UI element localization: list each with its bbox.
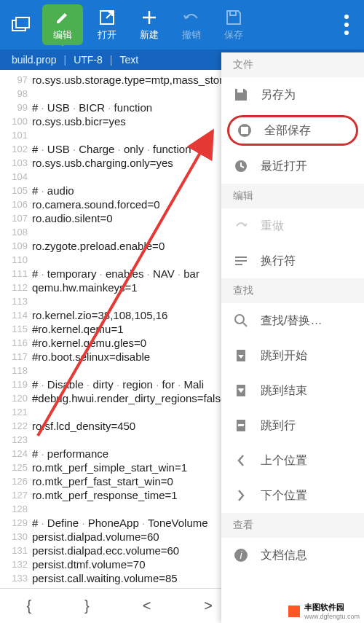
info-icon: i <box>233 547 249 563</box>
new-button[interactable]: 新建 <box>128 0 170 50</box>
search-icon <box>233 313 249 329</box>
sym-brace-close[interactable]: } <box>84 597 90 614</box>
svg-point-8 <box>235 315 244 324</box>
status-mode[interactable]: Text <box>119 54 138 66</box>
menu-wrap[interactable]: 换行符 <box>221 243 364 278</box>
status-file[interactable]: build.prop <box>12 54 57 66</box>
go-start-icon <box>233 348 249 364</box>
overflow-menu: 文件 另存为 全部保存 最近打开 编辑 重做 换行符 查找 查找/替换… 跳到开… <box>221 52 364 623</box>
edit-label: 编辑 <box>53 28 72 42</box>
undo-label: 撤销 <box>182 28 201 42</box>
undo-button[interactable]: 撤销 <box>170 0 213 50</box>
more-menu-button[interactable] <box>332 15 361 35</box>
svg-rect-1 <box>16 17 29 28</box>
menu-section-view: 查看 <box>221 513 364 538</box>
open-label: 打开 <box>98 28 116 42</box>
floppy-icon <box>237 122 253 138</box>
watermark-logo <box>288 606 300 617</box>
main-toolbar: 编辑 打开 新建 撤销 保存 <box>0 0 364 50</box>
menu-redo: 重做 <box>221 208 364 243</box>
svg-rect-12 <box>238 424 244 426</box>
menu-find-replace[interactable]: 查找/替换… <box>221 303 364 338</box>
menu-go-line[interactable]: 跳到行 <box>221 408 364 443</box>
open-button[interactable]: 打开 <box>86 0 128 50</box>
wrap-icon <box>233 253 249 269</box>
sym-lt[interactable]: < <box>143 597 151 614</box>
chevron-left-icon <box>233 452 249 469</box>
redo-icon <box>233 218 249 234</box>
svg-rect-6 <box>241 127 248 134</box>
menu-prev-pos[interactable]: 上个位置 <box>221 443 364 478</box>
save-button[interactable]: 保存 <box>213 0 255 50</box>
plus-icon <box>140 8 159 27</box>
svg-rect-3 <box>230 11 236 15</box>
menu-save-as[interactable]: 另存为 <box>221 77 364 112</box>
menu-save-all[interactable]: 全部保存 <box>227 115 358 146</box>
new-label: 新建 <box>140 28 159 42</box>
open-icon <box>98 8 116 27</box>
menu-go-start[interactable]: 跳到开始 <box>221 338 364 373</box>
floppy-icon <box>224 8 243 27</box>
line-gutter: 97 98 99 100 101 102 103 104 105 106 107… <box>0 70 32 588</box>
menu-section-edit: 编辑 <box>221 184 364 208</box>
floppy-icon <box>233 87 249 103</box>
menu-section-find: 查找 <box>221 278 364 303</box>
menu-go-end[interactable]: 跳到结束 <box>221 373 364 408</box>
menu-next-pos[interactable]: 下个位置 <box>221 478 364 513</box>
edit-button[interactable]: 编辑 <box>42 4 83 45</box>
sym-brace-open[interactable]: { <box>26 597 31 614</box>
sym-gt[interactable]: > <box>204 597 213 614</box>
menu-section-file: 文件 <box>221 52 364 77</box>
chevron-right-icon <box>233 487 249 504</box>
clock-icon <box>233 158 249 174</box>
watermark: 丰图软件园 www.dgfengtu.com <box>288 602 360 620</box>
menu-doc-info[interactable]: i 文档信息 <box>221 538 364 573</box>
go-line-icon <box>233 418 249 434</box>
undo-icon <box>182 8 201 27</box>
windows-icon <box>12 15 31 34</box>
windows-button[interactable] <box>3 0 39 50</box>
status-encoding[interactable]: UTF-8 <box>74 54 103 66</box>
go-end-icon <box>233 383 249 399</box>
save-label: 保存 <box>224 28 243 42</box>
menu-recent[interactable]: 最近打开 <box>221 149 364 184</box>
pencil-icon <box>53 8 72 27</box>
svg-rect-4 <box>237 89 243 93</box>
